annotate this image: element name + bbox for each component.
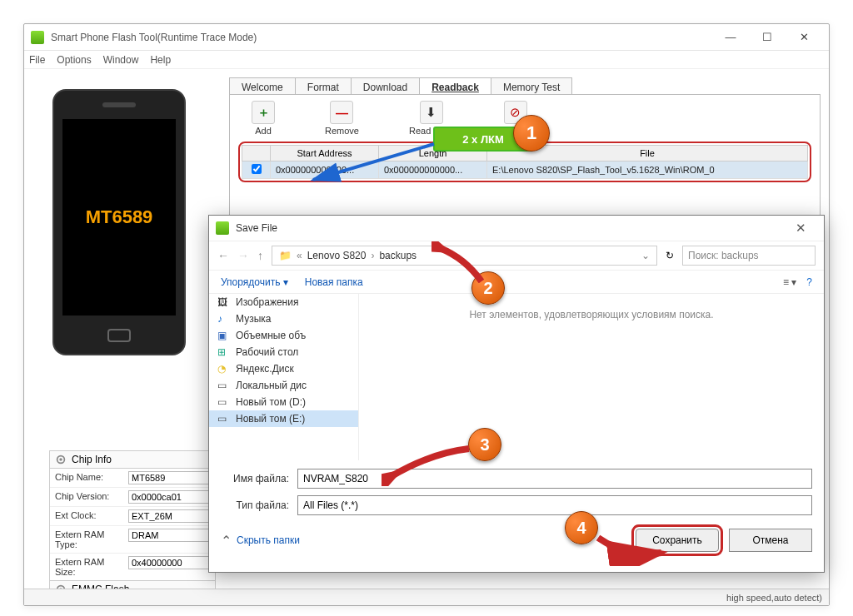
chip-version-field[interactable] — [128, 490, 212, 504]
filetype-select[interactable] — [297, 495, 812, 515]
chipinfo-header: Chip Info — [49, 450, 216, 468]
tree-item[interactable]: ▭Новый том (D:) — [209, 394, 358, 410]
breadcrumb-a[interactable]: Lenovo S820 — [307, 250, 367, 261]
minimize-button[interactable]: — — [712, 26, 749, 49]
filename-label: Имя файла: — [221, 473, 297, 484]
desktop-icon: ⊞ — [217, 346, 231, 358]
plus-icon: ＋ — [257, 105, 270, 121]
chip-name-field[interactable] — [128, 471, 212, 484]
pictures-icon: 🖼 — [217, 296, 231, 308]
ram-size-field[interactable] — [128, 556, 212, 569]
minus-icon: — — [336, 106, 348, 120]
svg-point-1 — [59, 458, 62, 461]
ram-type-field[interactable] — [128, 529, 212, 542]
annotation-callout-3: 3 — [468, 428, 501, 461]
save-dialog: Save File ✕ ← → ↑ 📁 « Lenovo S820 › back… — [208, 215, 825, 573]
nav-back-icon[interactable]: ← — [217, 249, 229, 262]
maximize-button[interactable]: ☐ — [749, 26, 786, 49]
dialog-title: Save File — [236, 222, 277, 234]
stop-icon: ⊘ — [510, 105, 521, 120]
statusbar: high speed,auto detect) — [24, 589, 829, 605]
phone-screen: MT6589 — [62, 119, 176, 315]
menu-file[interactable]: File — [29, 54, 45, 66]
annotation-arrow-red-4 — [593, 533, 668, 566]
phone-preview: BM MT6589 — [52, 89, 186, 355]
hide-folders-link[interactable]: Скрыть папки — [237, 534, 300, 546]
annotation-arrow-blue — [305, 140, 438, 190]
filename-input[interactable] — [297, 469, 812, 489]
remove-button[interactable]: —Remove — [325, 101, 359, 136]
ext-clock-field[interactable] — [128, 509, 212, 523]
drive-icon: ▭ — [217, 413, 231, 425]
breadcrumb-b[interactable]: backups — [379, 250, 417, 261]
organize-button[interactable]: Упорядочить ▾ — [221, 276, 288, 288]
menu-options[interactable]: Options — [57, 54, 91, 66]
nav-refresh-icon[interactable]: ↻ — [666, 250, 674, 261]
yandex-icon: ◔ — [217, 363, 231, 375]
chipinfo-grid: Chip Name: Chip Version: Ext Clock: Exte… — [49, 468, 216, 581]
dialog-subbar: Упорядочить ▾ Новая папка ≡ ▾ ? — [209, 271, 824, 294]
tree-item[interactable]: ⊞Рабочий стол — [209, 344, 358, 360]
annotation-callout-1: 1 — [513, 115, 550, 152]
cancel-button[interactable]: Отмена — [729, 529, 812, 552]
app-icon — [31, 31, 44, 44]
folder-tree: 🖼Изображения ♪Музыка ▣Объемные объ ⊞Рабо… — [209, 294, 359, 460]
drive-icon: ▭ — [217, 380, 231, 391]
gear-icon — [55, 454, 67, 465]
nav-up-icon[interactable]: ↑ — [257, 249, 263, 262]
tree-item[interactable]: ◔Яндекс.Диск — [209, 360, 358, 377]
newfolder-button[interactable]: Новая папка — [305, 276, 363, 288]
menu-help[interactable]: Help — [150, 54, 171, 66]
dialog-titlebar: Save File ✕ — [209, 216, 824, 241]
3dobjects-icon: ▣ — [217, 330, 231, 341]
tree-item-selected[interactable]: ▭Новый том (E:) — [209, 410, 358, 427]
close-button[interactable]: ✕ — [786, 26, 822, 49]
phone-home-button — [107, 329, 131, 342]
phone-speaker — [102, 102, 136, 107]
annotation-arrow-red-2 — [431, 241, 515, 283]
music-icon: ♪ — [217, 313, 231, 325]
cell-file: E:\Lenovo S820\SP_Flash_Tool_v5.1628_Win… — [487, 161, 808, 179]
chip-label: MT6589 — [86, 206, 153, 228]
help-icon[interactable]: ? — [806, 276, 812, 288]
folder-icon: 📁 — [279, 250, 292, 261]
view-options-icon[interactable]: ≡ ▾ — [783, 276, 796, 288]
filetype-label: Тип файла: — [221, 499, 297, 511]
menu-window[interactable]: Window — [103, 54, 139, 66]
svg-line-4 — [313, 144, 434, 180]
row-checkbox[interactable] — [252, 164, 262, 174]
dialog-nav: ← → ↑ 📁 « Lenovo S820 › backups ⌄ ↻ Поис… — [209, 241, 824, 271]
search-input[interactable]: Поиск: backups — [682, 246, 816, 266]
tree-item[interactable]: ▣Объемные объ — [209, 327, 358, 344]
drive-icon: ▭ — [217, 396, 231, 408]
tree-item[interactable]: ▭Локальный дис — [209, 377, 358, 394]
file-area: Нет элементов, удовлетворяющих условиям … — [359, 294, 824, 460]
readback-icon: ⬇ — [420, 101, 443, 124]
tree-item[interactable]: 🖼Изображения — [209, 294, 358, 310]
dialog-close-button[interactable]: ✕ — [784, 221, 817, 236]
caret-icon[interactable]: ⌃ — [221, 533, 232, 549]
window-title: Smart Phone Flash Tool(Runtime Trace Mod… — [51, 32, 257, 43]
add-button[interactable]: ＋Add — [252, 101, 275, 136]
annotation-arrow-red-3 — [382, 445, 473, 486]
nav-forward-icon[interactable]: → — [237, 249, 249, 262]
titlebar: Smart Phone Flash Tool(Runtime Trace Mod… — [24, 24, 829, 51]
tree-item[interactable]: ♪Музыка — [209, 310, 358, 327]
menubar: File Options Window Help — [24, 51, 829, 69]
dialog-icon — [216, 221, 229, 235]
